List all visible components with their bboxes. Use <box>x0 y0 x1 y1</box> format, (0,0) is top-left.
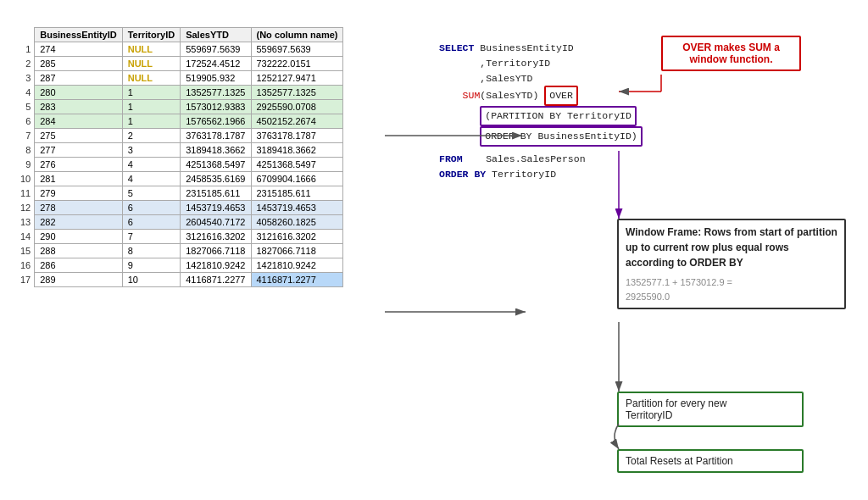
row-number: 14 <box>15 230 35 244</box>
cell-sales: 1573012.9383 <box>181 100 251 114</box>
table-row: 428011352577.13251352577.1325 <box>15 86 343 100</box>
row-number: 3 <box>15 71 35 86</box>
table-row: 2285NULL172524.4512732222.0151 <box>15 57 343 71</box>
over-annotation: OVER makes SUM awindow function. <box>661 36 801 71</box>
row-number: 9 <box>15 158 35 172</box>
cell-noname: 6709904.1666 <box>251 172 343 186</box>
cell-beid: 288 <box>35 244 122 258</box>
cell-sales: 3121616.3202 <box>181 230 251 244</box>
cell-noname: 4116871.2277 <box>251 273 343 287</box>
cell-tid: 6 <box>122 201 180 215</box>
cell-sales: 1827066.7118 <box>181 244 251 258</box>
row-number: 6 <box>15 114 35 129</box>
cell-beid: 290 <box>35 230 122 244</box>
cell-noname: 3121616.3202 <box>251 230 343 244</box>
cell-sales: 4116871.2277 <box>181 273 251 287</box>
cell-tid: 1 <box>122 100 180 114</box>
cell-noname: 2925590.0708 <box>251 100 343 114</box>
cell-tid: 3 <box>122 143 180 158</box>
cell-tid: 6 <box>122 215 180 230</box>
orderby-clause: ORDER BY BusinessEntityID) <box>480 126 642 147</box>
cell-tid: 1 <box>122 86 180 100</box>
cell-sales: 519905.932 <box>181 71 251 86</box>
cell-sales: 2604540.7172 <box>181 215 251 230</box>
cell-beid: 287 <box>35 71 122 86</box>
cell-sales: 2315185.611 <box>181 186 251 201</box>
cell-beid: 279 <box>35 186 122 201</box>
row-number: 2 <box>15 57 35 71</box>
over-keyword: OVER <box>544 86 578 106</box>
cell-beid: 281 <box>35 172 122 186</box>
sql-code: SELECT BusinessEntityID ,TerritoryID ,Sa… <box>439 41 643 182</box>
cell-beid: 277 <box>35 143 122 158</box>
cell-beid: 285 <box>35 57 122 71</box>
cell-beid: 282 <box>35 215 122 230</box>
row-number: 1 <box>15 42 35 57</box>
table-row: 1028142458535.61696709904.1666 <box>15 172 343 186</box>
cell-noname: 3189418.3662 <box>251 143 343 158</box>
cell-tid: 4 <box>122 172 180 186</box>
cell-beid: 274 <box>35 42 122 57</box>
cell-tid: 2 <box>122 129 180 143</box>
cell-sales: 3189418.3662 <box>181 143 251 158</box>
table-row: 3287NULL519905.9321252127.9471 <box>15 71 343 86</box>
row-number: 11 <box>15 186 35 201</box>
col-header-noname: (No column name) <box>251 28 343 42</box>
cell-beid: 280 <box>35 86 122 100</box>
cell-noname: 1352577.1325 <box>251 86 343 100</box>
cell-tid: 7 <box>122 230 180 244</box>
table-row: 927644251368.54974251368.5497 <box>15 158 343 172</box>
cell-tid: 1 <box>122 114 180 129</box>
cell-noname: 559697.5639 <box>251 42 343 57</box>
row-number: 17 <box>15 273 35 287</box>
cell-beid: 283 <box>35 100 122 114</box>
cell-sales: 1453719.4653 <box>181 201 251 215</box>
table-row: 1127952315185.6112315185.611 <box>15 186 343 201</box>
cell-noname: 4058260.1825 <box>251 215 343 230</box>
cell-beid: 289 <box>35 273 122 287</box>
table-row: 727523763178.17873763178.1787 <box>15 129 343 143</box>
row-number: 7 <box>15 129 35 143</box>
cell-sales: 4251368.5497 <box>181 158 251 172</box>
cell-tid: NULL <box>122 42 180 57</box>
cell-noname: 1252127.9471 <box>251 71 343 86</box>
table-row: 528311573012.93832925590.0708 <box>15 100 343 114</box>
cell-beid: 278 <box>35 201 122 215</box>
row-number: 12 <box>15 201 35 215</box>
cell-noname: 1827066.7118 <box>251 244 343 258</box>
row-number: 16 <box>15 258 35 273</box>
cell-tid: 9 <box>122 258 180 273</box>
data-table-wrapper: BusinessEntityID TerritoryID SalesYTD (N… <box>15 27 431 287</box>
table-row: 1628691421810.92421421810.9242 <box>15 258 343 273</box>
row-number: 10 <box>15 172 35 186</box>
cell-noname: 732222.0151 <box>251 57 343 71</box>
cell-beid: 275 <box>35 129 122 143</box>
cell-sales: 2458535.6169 <box>181 172 251 186</box>
table-row: 17289104116871.22774116871.2277 <box>15 273 343 287</box>
table-row: 1528881827066.71181827066.7118 <box>15 244 343 258</box>
total-resets: Total Resets at Partition <box>617 449 804 473</box>
cell-sales: 3763178.1787 <box>181 129 251 143</box>
cell-noname: 4251368.5497 <box>251 158 343 172</box>
cell-tid: 4 <box>122 158 180 172</box>
cell-sales: 559697.5639 <box>181 42 251 57</box>
cell-beid: 286 <box>35 258 122 273</box>
cell-tid: 10 <box>122 273 180 287</box>
cell-beid: 276 <box>35 158 122 172</box>
col-header-beid: BusinessEntityID <box>35 28 122 42</box>
cell-sales: 172524.4512 <box>181 57 251 71</box>
table-row: 1227861453719.46531453719.4653 <box>15 201 343 215</box>
data-table: BusinessEntityID TerritoryID SalesYTD (N… <box>15 27 343 287</box>
cell-noname: 3763178.1787 <box>251 129 343 143</box>
row-number: 4 <box>15 86 35 100</box>
cell-tid: 5 <box>122 186 180 201</box>
window-frame-annotation: Window Frame: Rows from start of partiti… <box>617 219 846 309</box>
table-row: 827733189418.36623189418.3662 <box>15 143 343 158</box>
partition-clause: (PARTITION BY TerritoryID <box>480 106 637 126</box>
row-number: 8 <box>15 143 35 158</box>
row-number: 5 <box>15 100 35 114</box>
cell-sales: 1421810.9242 <box>181 258 251 273</box>
row-number: 15 <box>15 244 35 258</box>
table-row: 628411576562.19664502152.2674 <box>15 114 343 129</box>
cell-tid: NULL <box>122 71 180 86</box>
